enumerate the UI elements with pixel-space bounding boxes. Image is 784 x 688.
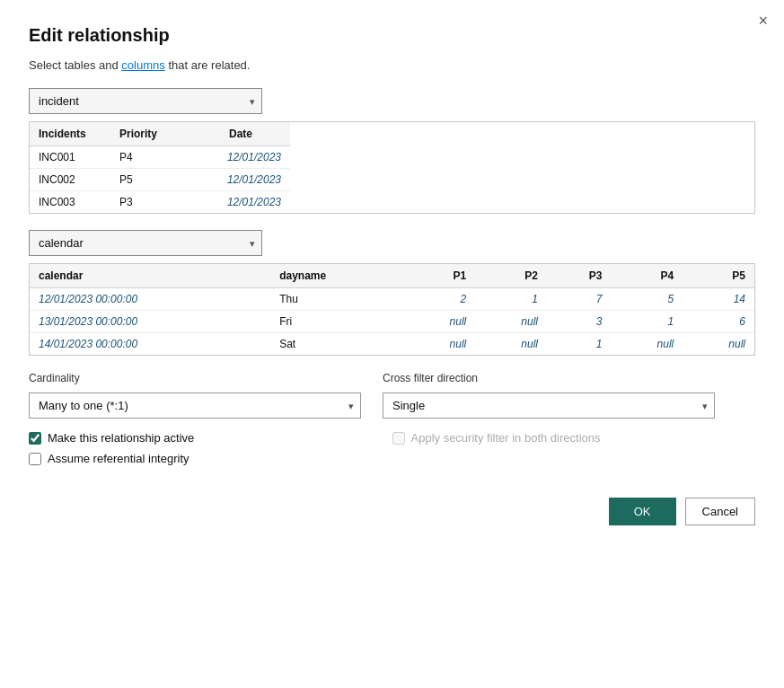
dayname-cell: Thu (270, 288, 403, 311)
footer-buttons: OK Cancel (29, 498, 755, 525)
dialog-title: Edit relationship (29, 25, 755, 46)
p5-col-header: P5 (683, 264, 754, 288)
cardinality-row: Cardinality Many to one (*:1) One to one… (29, 372, 755, 419)
p4-cell: 1 (612, 311, 683, 333)
p5-cell: null (683, 333, 754, 356)
cross-filter-label: Cross filter direction (383, 372, 715, 384)
date-cell: 12/01/2023 (191, 146, 290, 169)
date-cell: 12/01/2023 (191, 191, 290, 214)
p3-cell: 3 (547, 311, 611, 333)
p4-cell: 5 (612, 288, 683, 311)
table2-select[interactable]: calendar (29, 230, 262, 256)
incidents-col-header: Incidents (30, 122, 110, 146)
table1-select[interactable]: incident (29, 88, 262, 114)
security-checkbox-label: Apply security filter in both directions (411, 431, 601, 445)
security-checkbox (392, 432, 405, 445)
checkboxes-left: Make this relationship active Assume ref… (29, 431, 392, 472)
table1-select-wrapper: incident ▾ (29, 88, 262, 114)
p1-cell: null (404, 333, 476, 356)
active-checkbox-row: Make this relationship active (29, 431, 392, 445)
cardinality-select-wrapper: Many to one (*:1) One to one (1:1) One t… (29, 393, 361, 419)
table-row: 12/01/2023 00:00:00 Thu 2 1 7 5 14 (30, 288, 754, 311)
dialog-subtitle: Select tables and columns that are relat… (29, 58, 755, 72)
cancel-button[interactable]: Cancel (685, 498, 755, 525)
table-row: INC002 P5 12/01/2023 (30, 169, 290, 191)
p3-cell: 1 (547, 333, 611, 356)
date-col-header: Date (191, 122, 290, 146)
p3-col-header: P3 (547, 264, 611, 288)
referential-checkbox-row: Assume referential integrity (29, 452, 392, 465)
table-row: INC003 P3 12/01/2023 (30, 191, 290, 214)
calendar-col-header: calendar (30, 264, 270, 288)
cross-filter-group: Cross filter direction Single Both ▾ (383, 372, 715, 419)
dayname-cell: Fri (270, 311, 403, 333)
table-row: 14/01/2023 00:00:00 Sat null null 1 null… (30, 333, 754, 356)
calendar-table: calendar dayname P1 P2 P3 P4 P5 12/01/20… (30, 264, 754, 355)
ok-button[interactable]: OK (609, 498, 676, 525)
p5-cell: 14 (683, 288, 754, 311)
priority-cell: P4 (110, 146, 191, 169)
priority-cell: P3 (110, 191, 191, 214)
active-checkbox-label[interactable]: Make this relationship active (48, 431, 194, 445)
bottom-section: Cardinality Many to one (*:1) One to one… (29, 372, 755, 525)
edit-relationship-dialog: × Edit relationship Select tables and co… (0, 0, 784, 688)
table2-container: calendar dayname P1 P2 P3 P4 P5 12/01/20… (29, 263, 755, 356)
active-checkbox[interactable] (29, 432, 41, 445)
p4-col-header: P4 (612, 264, 683, 288)
date-cell: 12/01/2023 (191, 169, 290, 191)
incidents-cell: INC003 (30, 191, 110, 214)
calendar-date-cell: 14/01/2023 00:00:00 (30, 333, 270, 356)
cardinality-select[interactable]: Many to one (*:1) One to one (1:1) One t… (29, 393, 361, 419)
cross-filter-select[interactable]: Single Both (383, 393, 715, 419)
calendar-date-cell: 12/01/2023 00:00:00 (30, 288, 270, 311)
incidents-cell: INC001 (30, 146, 110, 169)
checkboxes-section: Make this relationship active Assume ref… (29, 431, 755, 472)
p4-cell: null (612, 333, 683, 356)
p2-cell: null (475, 333, 547, 356)
calendar-date-cell: 13/01/2023 00:00:00 (30, 311, 270, 333)
table-row: 13/01/2023 00:00:00 Fri null null 3 1 6 (30, 311, 754, 333)
cross-filter-select-wrapper: Single Both ▾ (383, 393, 715, 419)
table2-select-wrapper: calendar ▾ (29, 230, 262, 256)
p2-cell: null (475, 311, 547, 333)
p1-col-header: P1 (404, 264, 476, 288)
incidents-cell: INC002 (30, 169, 110, 191)
referential-checkbox[interactable] (29, 453, 41, 465)
referential-checkbox-label[interactable]: Assume referential integrity (48, 452, 189, 465)
security-checkbox-row: Apply security filter in both directions (392, 431, 756, 445)
priority-col-header: Priority (110, 122, 191, 146)
dayname-col-header: dayname (270, 264, 403, 288)
table-row: INC001 P4 12/01/2023 (30, 146, 290, 169)
cardinality-group: Cardinality Many to one (*:1) One to one… (29, 372, 361, 419)
p2-col-header: P2 (475, 264, 547, 288)
p3-cell: 7 (547, 288, 611, 311)
p1-cell: 2 (404, 288, 476, 311)
incidents-table: Incidents Priority Date INC001 P4 12/01/… (30, 122, 290, 213)
cardinality-label: Cardinality (29, 372, 361, 384)
p2-cell: 1 (475, 288, 547, 311)
checkboxes-right: Apply security filter in both directions (392, 431, 756, 472)
p5-cell: 6 (683, 311, 754, 333)
p1-cell: null (404, 311, 476, 333)
priority-cell: P5 (110, 169, 191, 191)
columns-link[interactable]: columns (121, 58, 164, 72)
close-button[interactable]: × (758, 13, 768, 29)
dayname-cell: Sat (270, 333, 403, 356)
table1-container: Incidents Priority Date INC001 P4 12/01/… (29, 121, 755, 214)
